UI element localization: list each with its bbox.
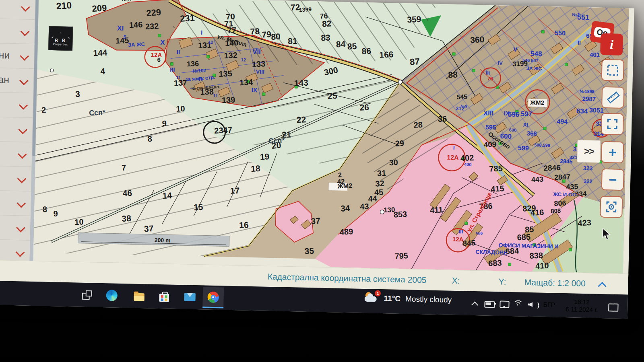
chevron-down-icon[interactable]	[19, 101, 28, 110]
expand-panel-button[interactable]: >>	[577, 140, 601, 163]
edge-icon	[106, 290, 118, 301]
map-label: III	[170, 66, 175, 73]
map-label: 368	[527, 130, 537, 137]
task-view-button[interactable]	[76, 284, 97, 305]
map-label: 548	[530, 50, 542, 58]
chrome-button[interactable]	[202, 287, 224, 308]
chevron-down-icon[interactable]	[21, 2, 30, 12]
sidebar-item[interactable]	[0, 191, 31, 216]
map-label: 16	[239, 220, 249, 230]
coordinate-system-label: Кадастрална координатна система 2005	[268, 272, 427, 285]
map-label: ЗА ЖС	[128, 41, 145, 48]
taskbar-clock[interactable]: 18:12 6.11.2024 г.	[561, 298, 603, 314]
map-label: №102	[192, 68, 206, 74]
file-explorer-button[interactable]	[128, 285, 150, 306]
map-label: 145	[116, 36, 129, 45]
map-label: 5	[124, 34, 126, 40]
sidebar-item[interactable]: ни	[0, 43, 34, 69]
map-label: №9	[460, 104, 467, 108]
map-label: 82	[322, 19, 332, 29]
map-label: 79	[262, 29, 271, 39]
focus-target-icon	[605, 200, 618, 214]
sidebar-item[interactable]	[0, 117, 33, 142]
chevron-down-icon[interactable]	[20, 51, 29, 61]
zoom-out-button[interactable]: −	[601, 169, 624, 191]
cast-display-icon[interactable]	[500, 300, 509, 308]
locate-button[interactable]	[600, 196, 623, 218]
zoom-in-button[interactable]: +	[601, 141, 624, 163]
store-button[interactable]	[153, 286, 175, 307]
logo-line1: R B	[55, 38, 66, 43]
map-label: 12	[241, 57, 246, 62]
rb-properties-logo: R B Properties	[48, 26, 73, 51]
map-label: 415	[491, 184, 504, 193]
sidebar-item[interactable]	[0, 142, 32, 167]
map-label: 8	[147, 134, 152, 144]
tray-overflow-icon[interactable]	[471, 302, 478, 309]
map-label: 22	[296, 115, 306, 124]
chevron-down-icon[interactable]	[16, 248, 25, 257]
plus-icon: +	[608, 145, 617, 159]
y-coordinate-label: Y:	[498, 277, 506, 286]
screen-photo: ниан	[0, 0, 644, 362]
map-label: 402	[460, 153, 474, 163]
chevron-down-icon[interactable]	[17, 174, 27, 183]
sidebar-item[interactable]	[0, 215, 31, 241]
chevron-down-icon[interactable]	[18, 150, 27, 159]
collapse-statusbar-icon[interactable]	[598, 282, 606, 290]
map-label: III	[458, 228, 463, 234]
map-label: 14	[162, 191, 172, 200]
map-label: III	[486, 70, 490, 76]
sidebar-item[interactable]	[0, 166, 32, 191]
mail-button[interactable]	[179, 286, 200, 308]
mail-icon	[184, 293, 195, 301]
map-label: 35	[304, 246, 314, 256]
battery-icon[interactable]	[484, 301, 495, 308]
edge-button[interactable]	[101, 285, 122, 306]
map-label: 25	[328, 91, 338, 101]
map-label: 3199	[512, 60, 528, 68]
map-label: 34	[341, 204, 351, 213]
chevron-down-icon[interactable]	[18, 125, 27, 134]
map-label: 78	[250, 27, 260, 36]
selection-rectangle-icon	[607, 64, 619, 76]
map-label: 136	[186, 60, 199, 68]
task-view-icon	[82, 290, 92, 300]
volume-icon[interactable]	[528, 301, 538, 308]
map-label: 80	[271, 32, 281, 41]
map-label: XI	[523, 121, 528, 128]
chevron-down-icon[interactable]	[21, 27, 30, 36]
select-area-button[interactable]	[601, 59, 624, 81]
sidebar-item[interactable]	[0, 19, 35, 44]
language-indicator[interactable]: БГР	[543, 301, 555, 309]
info-button[interactable]: i	[600, 33, 623, 56]
chevron-down-icon[interactable]	[17, 199, 26, 208]
measure-button[interactable]	[601, 86, 624, 109]
map-label: 3051	[589, 107, 604, 114]
sidebar-item[interactable]	[0, 93, 33, 118]
map-label: X	[160, 39, 165, 46]
map-viewport[interactable]: 210209229XXV2317270717778798081139976828…	[33, 0, 629, 274]
map-label: 7	[122, 163, 126, 172]
map-label: ЖМ2	[530, 99, 544, 106]
map-label: 8	[42, 205, 47, 214]
wifi-icon[interactable]	[513, 300, 523, 308]
sidebar-item[interactable]: ан	[0, 68, 34, 93]
map-label: 323	[583, 165, 593, 172]
map-label: 26	[359, 103, 369, 112]
map-label: 36	[438, 114, 447, 123]
chevron-down-icon[interactable]	[19, 76, 29, 85]
weather-widget[interactable]: 1 11°C Mostly cloudy	[364, 292, 452, 306]
map-label: 550	[555, 29, 566, 37]
chrome-icon	[207, 291, 219, 303]
action-center-icon[interactable]	[608, 303, 618, 312]
map-label: 2347	[214, 125, 233, 135]
map-label: 28	[413, 120, 423, 130]
chevron-down-icon[interactable]	[16, 223, 25, 232]
map-label: 360	[470, 35, 485, 45]
sidebar-item[interactable]	[0, 0, 35, 20]
map-label: 494	[557, 118, 568, 125]
fullscreen-button[interactable]	[601, 113, 624, 135]
cadastral-map[interactable]: 210209229XXV2317270717778798081139976828…	[33, 0, 629, 274]
map-label: 599	[518, 144, 529, 152]
